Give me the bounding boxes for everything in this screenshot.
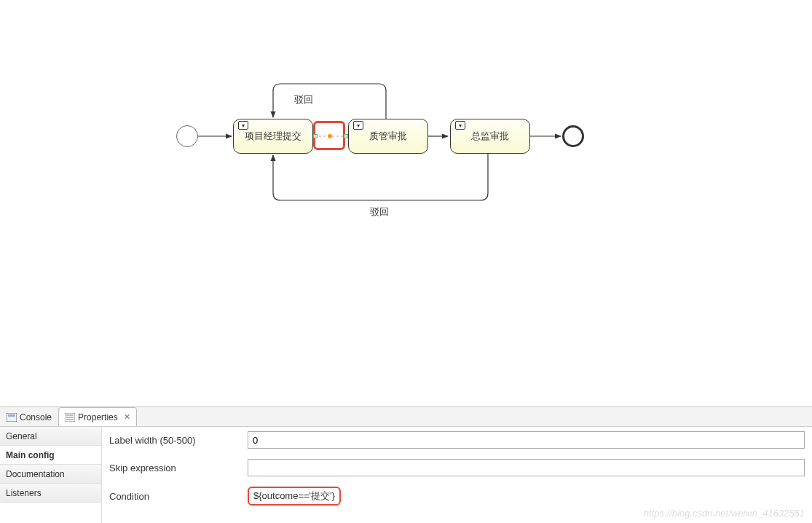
end-event[interactable] [562, 125, 584, 147]
task-project-manager-submit[interactable]: ▾ 项目经理提交 [233, 119, 313, 154]
tab-label: Properties [78, 412, 118, 422]
task-quality-approval[interactable]: ▾ 质管审批 [348, 119, 428, 154]
label-width-label: Label width (50-500) [109, 435, 248, 446]
task-label: 质管审批 [369, 130, 407, 143]
svg-rect-5 [8, 414, 15, 417]
bpmn-canvas[interactable]: ▾ 项目经理提交 ▾ 质管审批 ▾ 总监审批 驳回 驳回 [0, 0, 812, 406]
properties-icon [65, 413, 75, 422]
view-tabs: Console Properties ✕ [0, 406, 812, 427]
user-task-icon: ▾ [238, 121, 248, 130]
side-tab-general[interactable]: General [0, 427, 101, 446]
condition-value: ${outcome=='提交'} [253, 490, 335, 501]
properties-side-tabs: General Main config Documentation Listen… [0, 427, 102, 523]
console-icon [7, 413, 17, 422]
task-label: 项目经理提交 [245, 130, 301, 143]
side-tab-main-config[interactable]: Main config [0, 446, 101, 465]
user-task-icon: ▾ [353, 121, 363, 130]
tab-label: Console [20, 412, 52, 422]
start-event[interactable] [176, 125, 198, 147]
flow-label-reject-bottom: 驳回 [370, 205, 389, 219]
skip-expression-input[interactable] [248, 459, 805, 476]
condition-value-highlight[interactable]: ${outcome=='提交'} [248, 487, 341, 506]
flow-handle-left[interactable] [313, 134, 318, 138]
skip-expression-label: Skip expression [109, 463, 248, 473]
task-director-approval[interactable]: ▾ 总监审批 [450, 119, 530, 154]
user-task-icon: ▾ [455, 121, 465, 130]
tab-properties[interactable]: Properties ✕ [58, 407, 137, 426]
watermark-text: https://blog.csdn.net/weixin_41632551 [644, 508, 805, 519]
flow-midpoint-dot[interactable] [328, 134, 332, 138]
side-tab-listeners[interactable]: Listeners [0, 484, 101, 503]
svg-rect-4 [7, 413, 17, 422]
flow-label-reject-top: 驳回 [294, 93, 313, 106]
condition-label: Condition [109, 491, 248, 502]
label-width-input[interactable] [248, 431, 805, 449]
close-icon[interactable]: ✕ [124, 412, 130, 422]
task-label: 总监审批 [471, 130, 509, 143]
tab-console[interactable]: Console [0, 407, 58, 426]
side-tab-documentation[interactable]: Documentation [0, 465, 101, 484]
